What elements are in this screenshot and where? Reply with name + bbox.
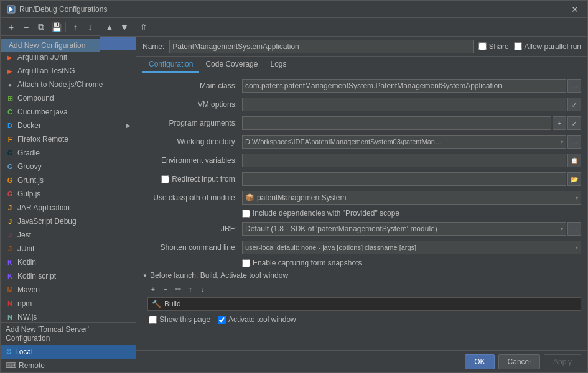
name-input[interactable] [169,40,473,53]
tree-item-groovy[interactable]: G Groovy [1,160,136,173]
tab-logs[interactable]: Logs [264,57,292,73]
nwjs-icon: N [7,313,12,321]
tab-code-coverage[interactable]: Code Coverage [199,57,264,73]
tree-item-gradle[interactable]: G Gradle [1,146,136,160]
tree-item-junit[interactable]: J JUnit [1,242,136,256]
tabs: Configuration Code Coverage Logs [136,57,587,73]
add-new-popup-item[interactable]: Add New Configuration [1,39,100,52]
bottom-bar: OK Cancel Apply [136,350,587,372]
jre-combo[interactable]: Default (1.8 - SDK of 'patentManagementS… [242,222,566,236]
name-label: Name: [142,42,164,51]
redirect-input-field[interactable] [242,172,566,186]
attach-icon: ● [8,81,12,88]
cancel-button[interactable]: Cancel [498,354,540,369]
bl-edit-button[interactable]: ✏ [172,283,184,295]
tree-label-nwjs: NW.js [17,313,37,321]
show-page-label: Show this page [149,315,210,324]
jre-browse-button[interactable]: … [567,222,581,236]
section-triangle: ▼ [142,273,147,279]
submenu-local[interactable]: ⚙ Local [1,345,136,359]
include-deps-checkbox[interactable] [242,210,250,218]
classpath-combo[interactable]: 📦 patentManagementSystem ▾ [242,191,581,205]
jre-label: JRE: [142,224,242,233]
include-deps-row: Include dependencies with "Provided" sco… [142,209,581,218]
vm-options-label: VM options: [142,100,242,109]
classpath-row: Use classpath of module: 📦 patentManagem… [142,190,581,205]
working-directory-label: Working directory: [142,137,242,146]
bl-item-build[interactable]: 🔨 Build [148,298,581,310]
program-arguments-add-button[interactable]: + [553,116,566,130]
tree-item-jar-application[interactable]: J JAR Application [1,201,136,214]
program-arguments-label: Program arguments: [142,119,242,127]
tree-item-gulp-js[interactable]: G Gulp.js [1,187,136,201]
allow-parallel-checkbox[interactable] [514,42,522,50]
classpath-arrow: ▾ [576,195,578,201]
redirect-input-checkbox[interactable] [161,175,169,183]
tree-item-arquillian-testng[interactable]: ▶ Arquillian TestNG [1,64,136,78]
program-arguments-input[interactable] [242,116,551,130]
bl-down-button[interactable]: ↓ [197,283,208,295]
tree-item-compound[interactable]: ⊞ Compound [1,91,136,105]
redirect-input-row: Redirect input from: 📂 [142,172,581,186]
close-button[interactable]: ✕ [569,4,581,14]
tree-item-javascript-debug[interactable]: J JavaScript Debug [1,214,136,228]
submenu-remote[interactable]: ⌨ Remote [1,359,136,372]
add-new-tomcat-button[interactable]: Add New 'Tomcat Server' Configuration [1,323,136,345]
redirect-input-browse-button[interactable]: 📂 [567,172,581,186]
environment-variables-browse-button[interactable]: 📋 [567,154,581,167]
show-page-checkbox[interactable] [149,316,157,324]
tree-item-npm[interactable]: N npm [1,297,136,310]
build-icon: 🔨 [152,300,161,308]
tree-item-kotlin[interactable]: K Kotlin [1,256,136,269]
move-down-button[interactable]: ▼ [118,21,131,34]
tree-item-docker[interactable]: D Docker ▶ [1,119,136,132]
vm-options-expand-button[interactable]: ⤢ [567,98,581,111]
working-directory-combo[interactable]: D:\Workspaces\IDEA\patentManagementSyste… [242,135,566,149]
add-configuration-button[interactable]: + [4,21,18,34]
working-directory-value: D:\Workspaces\IDEA\patentManagementSyste… [245,138,444,145]
working-directory-arrow: ▾ [561,139,563,145]
move-up-button[interactable]: ▲ [103,21,116,34]
program-arguments-expand-button[interactable]: ⤢ [567,116,581,130]
compound-icon: ⊞ [7,94,13,103]
sort-asc-button[interactable]: ↑ [68,21,82,34]
main-class-input[interactable] [242,79,566,93]
tree-item-attach-nodejs-chrome[interactable]: ● Attach to Node.js/Chrome [1,78,136,91]
tree-label-gradle: Gradle [17,149,40,157]
vm-options-input[interactable] [242,98,566,111]
working-directory-browse-button[interactable]: … [567,135,581,149]
tree-label-npm: npm [17,299,32,308]
remote-icon: ⌨ [6,361,16,370]
title-bar: Run/Debug Configurations ✕ [1,1,587,18]
share-button[interactable]: ⇧ [137,21,151,34]
tree-item-cucumber-java[interactable]: C Cucumber java [1,105,136,119]
sort-desc-button[interactable]: ↓ [83,21,97,34]
bl-remove-button[interactable]: − [160,283,171,295]
tree-label-maven: Maven [17,285,40,294]
program-arguments-row: Program arguments: + ⤢ [142,116,581,131]
enable-capturing-checkbox[interactable] [242,259,250,267]
tree-item-nwjs[interactable]: N NW.js [1,310,136,322]
docker-icon: D [7,122,12,129]
remove-configuration-button[interactable]: − [19,21,33,34]
tab-configuration[interactable]: Configuration [142,57,199,73]
tree-item-grunt-js[interactable]: G Grunt.js [1,173,136,187]
environment-variables-input[interactable] [242,154,566,167]
toolbar-separator-2 [100,22,100,32]
tree-item-firefox-remote[interactable]: F Firefox Remote [1,132,136,146]
tree-label-jest: Jest [17,231,31,239]
activate-tool-window-checkbox[interactable] [218,316,226,324]
tree-item-kotlin-script[interactable]: K Kotlin script [1,269,136,283]
shorten-cmd-combo[interactable]: user-local default: none - java [options… [242,241,581,254]
share-checkbox[interactable] [478,42,487,50]
copy-configuration-button[interactable]: ⧉ [34,21,48,34]
bl-up-button[interactable]: ↑ [185,283,196,295]
jre-row: JRE: Default (1.8 - SDK of 'patentManage… [142,221,581,236]
apply-button[interactable]: Apply [544,354,581,369]
tree-item-jest[interactable]: J Jest [1,228,136,242]
tree-item-maven[interactable]: M Maven [1,283,136,297]
bl-add-button[interactable]: + [147,283,159,295]
ok-button[interactable]: OK [465,354,494,369]
main-class-browse-button[interactable]: … [567,79,581,93]
save-configuration-button[interactable]: 💾 [49,21,63,34]
